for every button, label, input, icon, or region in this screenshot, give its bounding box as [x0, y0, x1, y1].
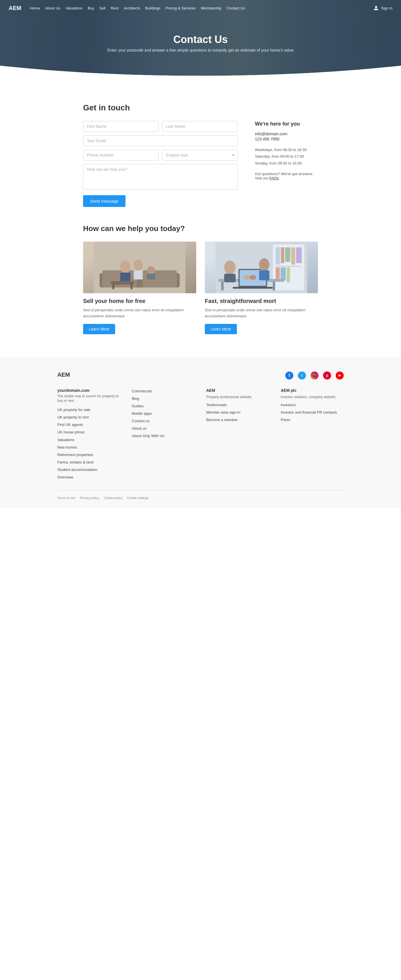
nav-link-sell[interactable]: Sell — [99, 6, 106, 10]
nav-link-buy[interactable]: Buy — [88, 6, 94, 10]
footer-plc-heading: AEM plc — [281, 388, 344, 393]
footer-link-become-member[interactable]: Become a member — [206, 417, 269, 423]
instagram-icon[interactable]: 📷 — [311, 371, 319, 380]
footer-link-student[interactable]: Student accommodation — [57, 467, 120, 473]
name-row — [83, 121, 238, 132]
main-nav: AEM Home About Us Valuations Buy Sell Re… — [0, 0, 401, 16]
twitter-icon[interactable]: t — [298, 371, 306, 380]
svg-rect-26 — [273, 282, 275, 290]
hours-weekdays: Weekdays, from 08:30 to 18:30 — [255, 146, 318, 153]
youtube-icon[interactable]: ▶ — [336, 371, 344, 380]
svg-point-8 — [147, 266, 155, 274]
card-sell-illustration — [83, 242, 196, 293]
hero-subtitle: Enter your postcode and answer a few sim… — [108, 48, 293, 52]
hero-content: Contact Us Enter your postcode and answe… — [108, 33, 293, 52]
email-input[interactable] — [83, 135, 238, 146]
contact-hours: Weekdays, from 08:30 to 18:30 Saturday, … — [255, 146, 318, 167]
footer-link-uk-sale[interactable]: UK property for sale — [57, 407, 120, 413]
nav-links: Home About Us Valuations Buy Sell Rent A… — [30, 6, 374, 10]
sign-in-button[interactable]: Sign in — [374, 5, 392, 11]
contact-phone: 123 456 7890 — [255, 137, 318, 141]
footer-col-aem: AEM Property professional website. Testi… — [206, 388, 269, 482]
contact-info: We're here for you info@domain.com 123 4… — [255, 121, 318, 207]
footer-link-valuations[interactable]: Valuations — [57, 437, 120, 443]
svg-rect-18 — [291, 247, 295, 264]
message-input[interactable] — [83, 164, 238, 190]
footer-link-farms[interactable]: Farms, estates & land — [57, 459, 120, 466]
pinterest-icon[interactable]: p — [323, 371, 331, 380]
card-mortgage-button[interactable]: Learn More — [205, 324, 237, 334]
nav-link-membership[interactable]: Membership — [201, 6, 222, 10]
nav-link-architects[interactable]: Architects — [124, 6, 140, 10]
footer-link-overseas[interactable]: Overseas — [57, 474, 120, 480]
card-mortgage-illustration — [205, 242, 318, 293]
card-sell-title: Sell your home for free — [83, 298, 196, 304]
contact-section: Get in touch Enquiry typ — [71, 103, 330, 207]
footer-aem-heading: AEM — [206, 388, 269, 393]
footer-cookie-settings[interactable]: Cookie settings — [127, 496, 149, 500]
footer-privacy[interactable]: Privacy policy — [80, 496, 99, 500]
footer-cookie-policy[interactable]: Cookie policy — [104, 496, 122, 500]
footer-link-find-agents[interactable]: Find UK agents — [57, 422, 120, 428]
footer-link-about-only[interactable]: About Only With Us — [132, 433, 195, 439]
nav-link-rent[interactable]: Rent — [111, 6, 118, 10]
card-sell: Sell your home for free Sed ut perspicia… — [83, 242, 196, 334]
card-sell-desc: Sed ut perspiciatis unde omnis iste natu… — [83, 307, 196, 319]
first-name-input[interactable] — [83, 121, 158, 132]
footer-tagline: The simple way to search for property to… — [57, 394, 120, 404]
nav-link-pricing[interactable]: Pricing & Services — [166, 6, 196, 10]
faq-link[interactable]: FAQs — [269, 176, 279, 180]
svg-rect-19 — [296, 247, 302, 263]
footer-link-new-homes[interactable]: New homes — [57, 444, 120, 450]
svg-point-32 — [259, 258, 269, 271]
nav-link-contact[interactable]: Contact Us — [227, 6, 245, 10]
svg-rect-25 — [222, 282, 224, 290]
footer-link-press[interactable]: Press — [281, 417, 344, 423]
footer-link-commercial[interactable]: Commercial — [132, 388, 195, 395]
card-mortgage-title: Fast, straightforward mort — [205, 298, 318, 304]
footer-col-plc: AEM plc Investor relations, company webs… — [281, 388, 344, 482]
nav-link-buildings[interactable]: Buildings — [145, 6, 160, 10]
first-name-wrapper — [83, 121, 158, 132]
last-name-input[interactable] — [162, 121, 238, 132]
contact-grid: Enquiry type General Sales Lettings Mort… — [83, 121, 318, 207]
footer-link-retirement[interactable]: Retirement properties — [57, 452, 120, 458]
svg-rect-15 — [276, 247, 280, 264]
footer-link-guides[interactable]: Guides — [132, 403, 195, 409]
footer-link-about[interactable]: About us — [132, 425, 195, 432]
svg-rect-23 — [287, 267, 290, 282]
svg-rect-16 — [281, 247, 284, 263]
send-message-button[interactable]: Send message — [83, 195, 125, 207]
svg-rect-7 — [134, 270, 143, 280]
help-section: How can we help you today? — [71, 224, 330, 334]
svg-point-6 — [134, 259, 143, 271]
footer-link-contact[interactable]: Contact us — [132, 418, 195, 424]
nav-link-about[interactable]: About Us — [45, 6, 60, 10]
footer-link-house-prices[interactable]: UK house prices — [57, 429, 120, 435]
contact-info-heading: We're here for you — [255, 121, 318, 127]
svg-rect-29 — [233, 287, 273, 289]
footer-link-testimonials[interactable]: Testimonials — [206, 402, 269, 408]
svg-rect-20 — [276, 266, 302, 267]
svg-rect-10 — [111, 281, 134, 285]
nav-logo[interactable]: AEM — [9, 5, 21, 11]
footer-link-member-signin[interactable]: Member area sign-in — [206, 409, 269, 415]
footer-columns: yourdomain.com The simple way to search … — [57, 388, 344, 491]
nav-link-valuations[interactable]: Valuations — [66, 6, 83, 10]
footer-link-blog[interactable]: Blog — [132, 396, 195, 402]
footer-link-mobile[interactable]: Mobile apps — [132, 410, 195, 417]
message-wrapper — [83, 164, 238, 191]
enquiry-select[interactable]: Enquiry type General Sales Lettings Mort… — [162, 150, 238, 161]
footer-link-uk-rent[interactable]: UK property to rent — [57, 414, 120, 420]
nav-link-home[interactable]: Home — [30, 6, 40, 10]
facebook-icon[interactable]: f — [285, 371, 293, 380]
card-sell-button[interactable]: Learn More — [83, 324, 115, 334]
svg-rect-5 — [120, 273, 131, 281]
svg-rect-12 — [131, 285, 133, 289]
footer-terms[interactable]: Terms of use — [57, 496, 75, 500]
footer-link-investor-pr[interactable]: Investor and financial PR contacts — [281, 409, 344, 415]
faq-got-questions: Got questions? We've got answers. — [255, 172, 313, 176]
phone-input[interactable] — [83, 150, 158, 161]
faq-section: Got questions? We've got answers. Visit … — [255, 172, 318, 180]
footer-link-investors[interactable]: Investors — [281, 402, 344, 408]
